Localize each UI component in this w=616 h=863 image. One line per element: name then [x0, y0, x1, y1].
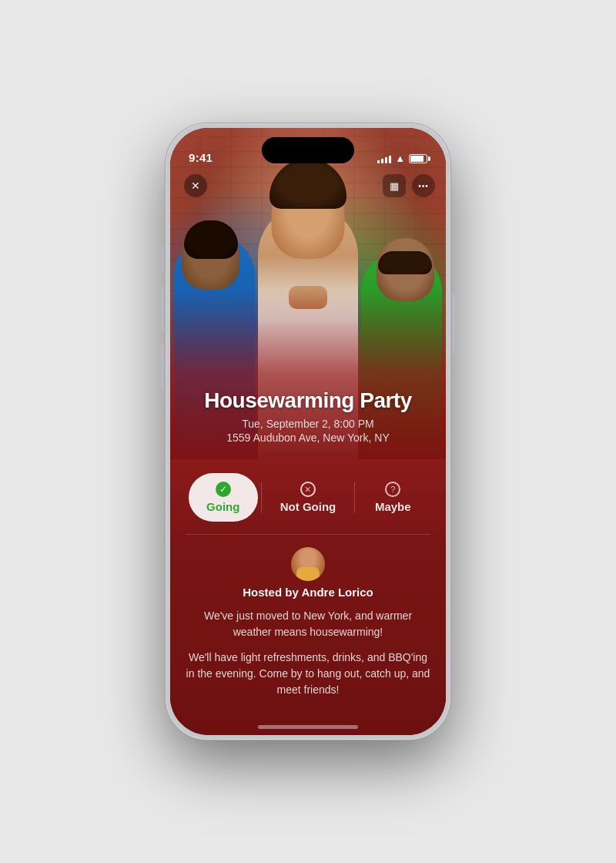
close-icon: ✕ — [191, 180, 200, 191]
signal-icon — [377, 154, 391, 163]
host-description: We've just moved to New York, and warmer… — [186, 608, 430, 698]
main-content: ✓ Going ✕ Not Going ? Maybe — [170, 459, 446, 735]
battery-icon — [409, 154, 427, 163]
description-paragraph-2: We'll have light refreshments, drinks, a… — [186, 650, 430, 698]
rsvp-divider-1 — [261, 482, 262, 513]
not-going-icon: ✕ — [300, 482, 316, 497]
event-date: Tue, September 2, 8:00 PM — [186, 418, 430, 430]
not-going-button[interactable]: ✕ Not Going — [265, 474, 351, 521]
going-button[interactable]: ✓ Going — [189, 473, 258, 522]
event-info: Housewarming Party Tue, September 2, 8:0… — [170, 389, 446, 444]
mute-button[interactable] — [161, 247, 164, 271]
not-going-label: Not Going — [280, 500, 336, 513]
wifi-icon: ▲ — [395, 153, 405, 164]
maybe-button[interactable]: ? Maybe — [358, 474, 427, 521]
top-right-actions: ▦ ••• — [383, 174, 435, 197]
rsvp-row: ✓ Going ✕ Not Going ? Maybe — [170, 459, 446, 534]
close-button[interactable]: ✕ — [184, 174, 207, 197]
calendar-icon: ▦ — [390, 180, 399, 192]
going-icon: ✓ — [216, 482, 231, 497]
calendar-button[interactable]: ▦ — [383, 174, 406, 197]
maybe-icon: ? — [385, 482, 400, 497]
maybe-label: Maybe — [375, 500, 411, 513]
event-title: Housewarming Party — [186, 389, 430, 413]
host-name: Hosted by Andre Lorico — [243, 586, 373, 599]
volume-up-button[interactable] — [161, 285, 164, 331]
volume-down-button[interactable] — [161, 343, 164, 389]
description-paragraph-1: We've just moved to New York, and warmer… — [186, 608, 430, 640]
person-left-hair — [184, 220, 238, 259]
host-header: Hosted by Andre Lorico — [186, 547, 430, 599]
rsvp-divider-2 — [354, 482, 355, 513]
host-card: Hosted by Andre Lorico We've just moved … — [170, 535, 446, 720]
more-icon: ••• — [418, 182, 429, 190]
power-button[interactable] — [452, 293, 455, 354]
person-right-hair — [378, 251, 432, 274]
going-label: Going — [206, 500, 239, 513]
status-icons: ▲ — [377, 153, 427, 164]
event-location: 1559 Audubon Ave, New York, NY — [186, 432, 430, 444]
phone-screen: 9:41 ▲ — [170, 128, 446, 735]
more-button[interactable]: ••• — [412, 174, 435, 197]
phone-frame: 9:41 ▲ — [166, 123, 450, 740]
dynamic-island — [262, 137, 354, 163]
home-indicator[interactable] — [258, 725, 358, 729]
host-avatar — [291, 547, 325, 581]
status-time: 9:41 — [189, 151, 213, 164]
